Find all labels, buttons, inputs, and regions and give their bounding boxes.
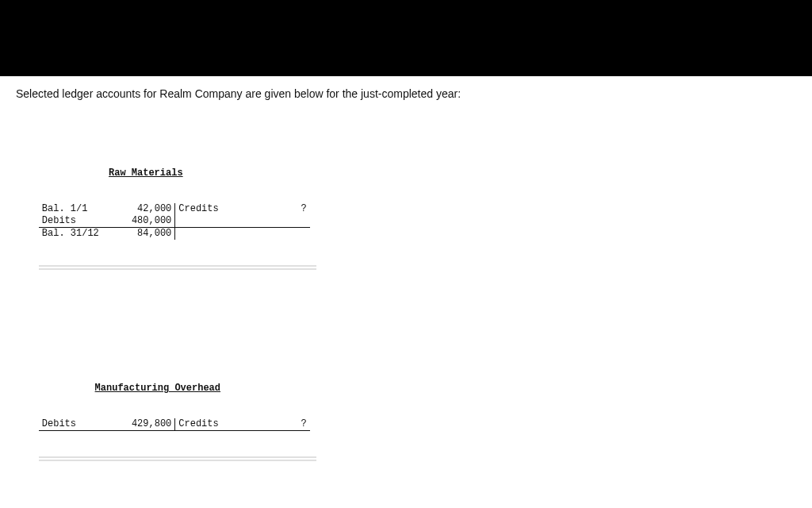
row-label: Credits <box>178 203 218 214</box>
row-amount: ? <box>301 418 307 429</box>
t-account-raw-materials: Raw Materials Bal. 1/1 42,000 Credits ? … <box>39 144 316 295</box>
intro-text: Selected ledger accounts for Realm Compa… <box>16 87 796 100</box>
content: Selected ledger accounts for Realm Compa… <box>0 76 812 508</box>
top-banner <box>0 0 812 76</box>
row-label: Bal. 31/12 <box>42 228 99 239</box>
row-amount: 429,800 <box>132 418 171 429</box>
account-title: Raw Materials <box>94 167 197 179</box>
row-label: Debits <box>42 215 76 226</box>
ledger-area: Raw Materials Bal. 1/1 42,000 Credits ? … <box>16 108 796 508</box>
t-account-manufacturing-overhead: Manufacturing Overhead Debits 429,800 Cr… <box>39 359 316 487</box>
row-amount: 84,000 <box>137 228 171 239</box>
row-label: Debits <box>42 418 76 429</box>
row-amount: 480,000 <box>132 215 171 226</box>
row-label: Credits <box>178 418 218 429</box>
account-title: Manufacturing Overhead <box>82 383 233 394</box>
row-amount: 42,000 <box>137 203 171 214</box>
row-amount: ? <box>301 203 307 214</box>
row-label: Bal. 1/1 <box>42 203 88 214</box>
